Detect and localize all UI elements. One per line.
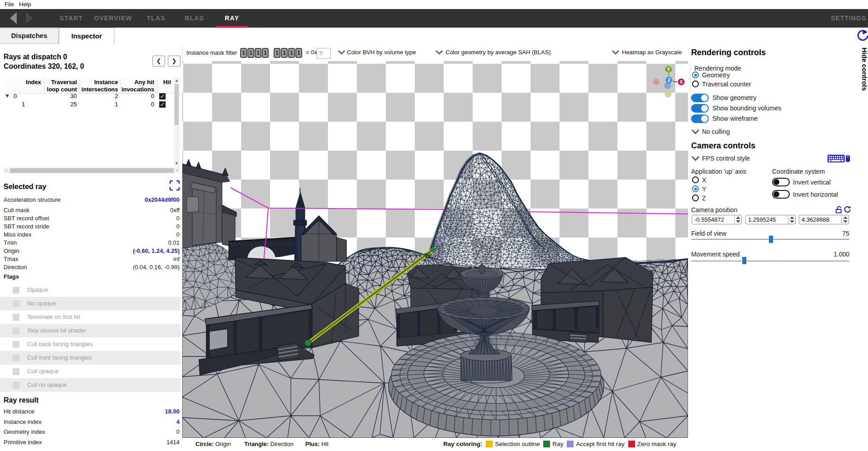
svg-text:Z: Z [668,78,670,83]
svg-text:X: X [680,80,683,85]
svg-text:Y: Y [667,67,670,72]
